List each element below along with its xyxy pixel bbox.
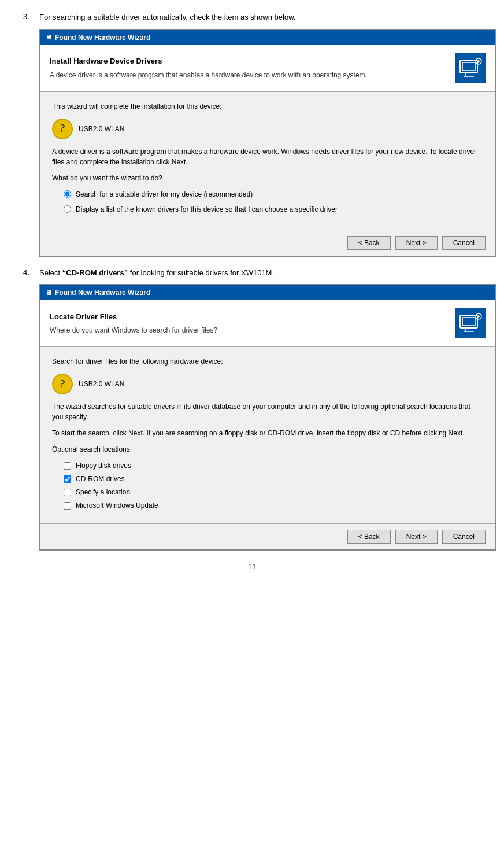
wizard2-checkbox4-label: Microsoft Windows Update: [76, 500, 158, 511]
wizard2-header-title: Locate Driver Files: [50, 311, 450, 323]
hardware-icon: [458, 56, 483, 81]
wizard2-checkbox1-label: Floppy disk drives: [76, 460, 131, 471]
wizard2-checkbox3[interactable]: [64, 489, 71, 496]
wizard1-radio2-item: Display a list of the known drivers for …: [64, 204, 483, 215]
question-mark-icon2: ?: [52, 374, 73, 394]
wizard1-back-button[interactable]: < Back: [347, 236, 391, 250]
wizard2-content-line1: Search for driver files for the followin…: [52, 356, 483, 367]
wizard2-body: Locate Driver Files Where do you want Wi…: [40, 300, 495, 549]
step4-text-suffix: for looking for suitable drivers for XW1…: [128, 268, 274, 277]
wizard1-titlebar: 🖥 Found New Hardware Wizard: [40, 30, 495, 45]
wizard2-content-line2: The wizard searches for suitable drivers…: [52, 401, 483, 422]
svg-rect-8: [462, 318, 475, 326]
wizard1-header-text: Install Hardware Device Drivers A device…: [50, 56, 450, 80]
wizard1-content-line1: This wizard will complete the installati…: [52, 101, 483, 112]
step4-text: Select “CD-ROM drivers” for looking for …: [39, 267, 496, 551]
wizard2-header: Locate Driver Files Where do you want Wi…: [40, 300, 495, 347]
wizard2-footer: < Back Next > Cancel: [40, 523, 495, 549]
wizard2-checkbox2-label: CD-ROM drives: [76, 474, 125, 484]
hardware-icon2: [458, 311, 483, 336]
wizard2-checkbox1[interactable]: [64, 462, 71, 470]
wizard2-checkbox4-item: Microsoft Windows Update: [64, 500, 483, 511]
step4-number: 4.: [23, 267, 39, 276]
wizard2-header-icon: [455, 308, 486, 338]
wizard2-cancel-button[interactable]: Cancel: [442, 530, 486, 544]
wizard2-content: Search for driver files for the followin…: [40, 347, 495, 523]
wizard2-checkbox2-item: CD-ROM drives: [64, 474, 483, 484]
wizard2-checkbox4[interactable]: [64, 502, 71, 510]
wizard1-header: Install Hardware Device Drivers A device…: [40, 45, 495, 92]
wizard2-back-button[interactable]: < Back: [347, 530, 391, 544]
wizard2-checkbox-group: Floppy disk drives CD-ROM drives Specify…: [64, 460, 483, 511]
wizard1-radio1-item: Search for a suitable driver for my devi…: [64, 189, 483, 200]
wizard1-header-desc: A device driver is a software program th…: [50, 71, 450, 80]
wizard1-radio2-label: Display a list of the known drivers for …: [76, 204, 338, 215]
step3-row: 3. For searching a suitable driver autom…: [23, 12, 481, 257]
step3-text: For searching a suitable driver automati…: [39, 12, 496, 257]
wizard2-dialog: 🖥 Found New Hardware Wizard Locate Drive…: [39, 284, 496, 551]
wizard2-next-button[interactable]: Next >: [395, 530, 438, 544]
wizard2-optional-label: Optional search locations:: [52, 444, 483, 455]
wizard1-titlebar-icon: 🖥: [45, 32, 51, 42]
wizard1-cancel-button[interactable]: Cancel: [442, 236, 486, 250]
wizard2-checkbox3-label: Specify a location: [76, 487, 130, 497]
step3-number: 3.: [23, 12, 39, 21]
wizard1-dialog: 🖥 Found New Hardware Wizard Install Hard…: [39, 29, 496, 257]
wizard2-header-text: Locate Driver Files Where do you want Wi…: [50, 311, 450, 335]
wizard1-radio-group: Search for a suitable driver for my devi…: [64, 189, 483, 215]
wizard2-checkbox3-item: Specify a location: [64, 487, 483, 497]
wizard2-device-row: ? USB2.0 WLAN: [52, 374, 483, 394]
wizard1-device-name: USB2.0 WLAN: [79, 124, 124, 134]
wizard1-body: Install Hardware Device Drivers A device…: [40, 45, 495, 256]
wizard1-header-title: Install Hardware Device Drivers: [50, 56, 450, 67]
wizard1-content: This wizard will complete the installati…: [40, 92, 495, 230]
wizard1-content-line2: A device driver is a software program th…: [52, 146, 483, 167]
page-number: 11: [23, 562, 481, 571]
wizard1-radio1-label: Search for a suitable driver for my devi…: [76, 189, 253, 200]
question-mark-icon: ?: [52, 119, 73, 139]
wizard2-checkbox2[interactable]: [64, 475, 71, 483]
step4-row: 4. Select “CD-ROM drivers” for looking f…: [23, 267, 481, 551]
wizard2-titlebar: 🖥 Found New Hardware Wizard: [40, 285, 495, 300]
wizard2-content-line3: To start the search, click Next. If you …: [52, 428, 483, 438]
wizard1-titlebar-text: Found New Hardware Wizard: [55, 32, 150, 43]
wizard2-titlebar-icon: 🖥: [45, 288, 51, 298]
wizard1-device-row: ? USB2.0 WLAN: [52, 119, 483, 139]
step4-text-bold: “CD-ROM drivers”: [62, 268, 128, 277]
wizard1-radio2[interactable]: [64, 205, 71, 213]
step4-text-prefix: Select: [39, 268, 62, 277]
wizard2-device-name: USB2.0 WLAN: [79, 379, 124, 389]
wizard2-titlebar-text: Found New Hardware Wizard: [55, 287, 150, 298]
wizard2-checkbox1-item: Floppy disk drives: [64, 460, 483, 471]
wizard1-radio1[interactable]: [64, 190, 71, 198]
wizard1-question: What do you want the wizard to do?: [52, 173, 483, 183]
wizard1-next-button[interactable]: Next >: [395, 236, 438, 250]
wizard1-header-icon: [455, 53, 486, 83]
svg-rect-1: [462, 62, 475, 71]
wizard1-footer: < Back Next > Cancel: [40, 230, 495, 256]
wizard2-header-desc: Where do you want Windows to search for …: [50, 326, 450, 335]
